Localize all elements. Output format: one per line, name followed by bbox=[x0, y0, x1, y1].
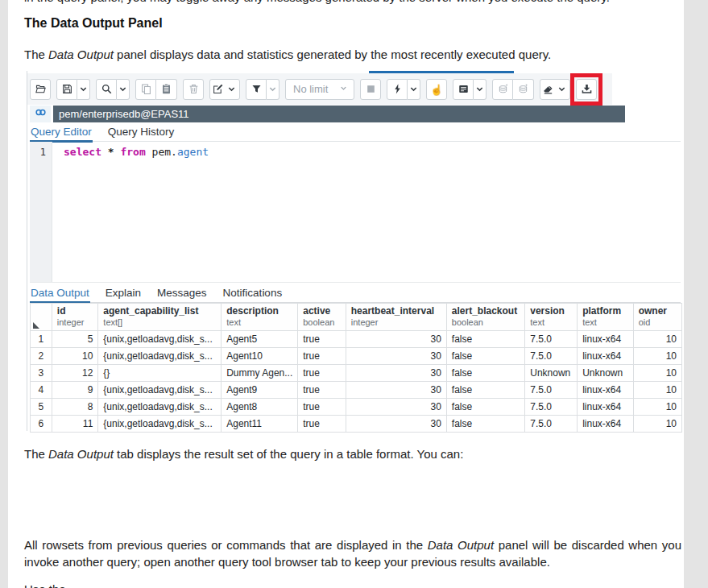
find-options-button[interactable] bbox=[117, 79, 130, 100]
select-all-corner[interactable] bbox=[31, 304, 52, 331]
column-header-version[interactable]: versiontext bbox=[525, 304, 578, 331]
open-file-button[interactable] bbox=[30, 79, 51, 100]
cell-agent_capability_list[interactable]: {unix,getloadavg,disk_s... bbox=[98, 399, 222, 416]
column-header-alert_blackout[interactable]: alert_blackoutboolean bbox=[446, 304, 524, 331]
cell-description[interactable]: Dummy Agen... bbox=[222, 365, 298, 382]
cell-version[interactable]: 7.5.0 bbox=[525, 382, 578, 399]
tab-query-editor[interactable]: Query Editor bbox=[30, 122, 93, 143]
edit-menu-button[interactable] bbox=[209, 79, 240, 100]
cell-platform[interactable]: linux-x64 bbox=[578, 382, 634, 399]
cell-agent_capability_list[interactable]: {unix,getloadavg,disk_s... bbox=[98, 382, 222, 399]
column-header-active[interactable]: activeboolean bbox=[298, 304, 346, 331]
cell-platform[interactable]: linux-x64 bbox=[578, 348, 634, 365]
tab-data-output[interactable]: Data Output bbox=[30, 284, 90, 304]
cell-id[interactable]: 10 bbox=[52, 348, 98, 365]
cell-alert_blackout[interactable]: false bbox=[446, 416, 524, 433]
row-number[interactable]: 5 bbox=[31, 399, 52, 416]
column-header-agent_capability_list[interactable]: agent_capability_listtext[] bbox=[98, 304, 222, 331]
explain-options-button[interactable] bbox=[474, 79, 486, 100]
cell-alert_blackout[interactable]: false bbox=[446, 382, 524, 399]
commit-button[interactable] bbox=[492, 79, 513, 100]
cell-active[interactable]: true bbox=[298, 416, 346, 433]
cell-version[interactable]: Unknown bbox=[525, 365, 578, 382]
cell-id[interactable]: 8 bbox=[52, 399, 98, 416]
cell-agent_capability_list[interactable]: {unix,getloadavg,disk_s... bbox=[98, 348, 222, 365]
cell-version[interactable]: 7.5.0 bbox=[525, 399, 578, 416]
execute-options-button[interactable] bbox=[408, 79, 420, 100]
cell-heartbeat_interval[interactable]: 30 bbox=[346, 399, 446, 416]
cell-heartbeat_interval[interactable]: 30 bbox=[346, 416, 446, 433]
row-number[interactable]: 4 bbox=[31, 382, 52, 399]
cell-alert_blackout[interactable]: false bbox=[446, 331, 524, 348]
cell-heartbeat_interval[interactable]: 30 bbox=[346, 331, 446, 348]
cell-owner[interactable]: 10 bbox=[633, 399, 681, 416]
cell-alert_blackout[interactable]: false bbox=[446, 365, 524, 382]
hand-button[interactable]: ☝ bbox=[426, 79, 447, 100]
tab-explain[interactable]: Explain bbox=[105, 284, 142, 301]
cell-agent_capability_list[interactable]: {} bbox=[98, 365, 222, 382]
cell-active[interactable]: true bbox=[298, 331, 346, 348]
tab-notifications[interactable]: Notifications bbox=[222, 284, 284, 301]
cell-platform[interactable]: linux-x64 bbox=[578, 331, 634, 348]
cell-active[interactable]: true bbox=[298, 348, 346, 365]
cell-description[interactable]: Agent9 bbox=[222, 382, 298, 399]
stop-button[interactable] bbox=[360, 79, 381, 100]
cell-alert_blackout[interactable]: false bbox=[446, 399, 524, 416]
cell-platform[interactable]: Unknown bbox=[578, 365, 634, 382]
cell-heartbeat_interval[interactable]: 30 bbox=[346, 382, 446, 399]
column-header-description[interactable]: descriptiontext bbox=[222, 304, 298, 331]
scrollbar-track[interactable] bbox=[684, 0, 708, 588]
cell-heartbeat_interval[interactable]: 30 bbox=[346, 348, 446, 365]
cell-version[interactable]: 7.5.0 bbox=[525, 348, 578, 365]
paste-button[interactable] bbox=[156, 79, 177, 100]
column-header-owner[interactable]: owneroid bbox=[633, 304, 681, 331]
cell-owner[interactable]: 10 bbox=[633, 365, 681, 382]
save-button[interactable] bbox=[56, 79, 77, 100]
cell-agent_capability_list[interactable]: {unix,getloadavg,disk_s... bbox=[98, 416, 222, 433]
cell-id[interactable]: 5 bbox=[52, 331, 98, 348]
cell-platform[interactable]: linux-x64 bbox=[578, 416, 634, 433]
sql-editor[interactable]: 1 select * from pem.agent bbox=[27, 142, 682, 282]
cell-id[interactable]: 12 bbox=[52, 365, 98, 382]
clear-button[interactable] bbox=[540, 79, 570, 100]
delete-row-button[interactable] bbox=[183, 79, 204, 100]
cell-description[interactable]: Agent8 bbox=[222, 399, 298, 416]
cell-active[interactable]: true bbox=[298, 399, 346, 416]
cell-active[interactable]: true bbox=[298, 382, 346, 399]
column-header-heartbeat_interval[interactable]: heartbeat_intervalinteger bbox=[346, 304, 446, 331]
sql-code-line[interactable]: select * from pem.agent bbox=[52, 142, 209, 282]
column-header-platform[interactable]: platformtext bbox=[578, 304, 634, 331]
tab-query-history[interactable]: Query History bbox=[107, 122, 176, 140]
cell-owner[interactable]: 10 bbox=[633, 348, 681, 365]
filter-button[interactable] bbox=[246, 79, 267, 100]
cell-version[interactable]: 7.5.0 bbox=[525, 331, 578, 348]
execute-button[interactable] bbox=[387, 79, 408, 100]
cell-owner[interactable]: 10 bbox=[633, 331, 681, 348]
tab-messages[interactable]: Messages bbox=[156, 284, 208, 301]
row-number[interactable]: 6 bbox=[31, 416, 52, 433]
cell-description[interactable]: Agent10 bbox=[222, 348, 298, 365]
find-button[interactable] bbox=[96, 79, 117, 100]
row-limit-select[interactable]: No limit bbox=[285, 79, 354, 100]
cell-heartbeat_interval[interactable]: 30 bbox=[346, 365, 446, 382]
row-number[interactable]: 2 bbox=[31, 348, 52, 365]
cell-active[interactable]: true bbox=[298, 365, 346, 382]
cell-agent_capability_list[interactable]: {unix,getloadavg,disk_s... bbox=[98, 331, 222, 348]
cell-description[interactable]: Agent5 bbox=[222, 331, 298, 348]
rollback-button[interactable] bbox=[513, 79, 534, 100]
cell-id[interactable]: 9 bbox=[52, 382, 98, 399]
cell-id[interactable]: 11 bbox=[52, 416, 98, 433]
cell-owner[interactable]: 10 bbox=[633, 416, 681, 433]
cell-platform[interactable]: linux-x64 bbox=[578, 399, 634, 416]
row-number[interactable]: 3 bbox=[31, 365, 52, 382]
cell-description[interactable]: Agent11 bbox=[222, 416, 298, 433]
row-number[interactable]: 1 bbox=[31, 331, 52, 348]
cell-owner[interactable]: 10 bbox=[633, 382, 681, 399]
download-csv-button[interactable] bbox=[576, 79, 597, 100]
save-options-button[interactable] bbox=[77, 79, 90, 100]
cell-alert_blackout[interactable]: false bbox=[446, 348, 524, 365]
copy-button[interactable] bbox=[135, 79, 156, 100]
filter-options-button[interactable] bbox=[267, 79, 279, 100]
explain-button[interactable] bbox=[453, 79, 474, 100]
column-header-id[interactable]: idinteger bbox=[52, 304, 98, 331]
